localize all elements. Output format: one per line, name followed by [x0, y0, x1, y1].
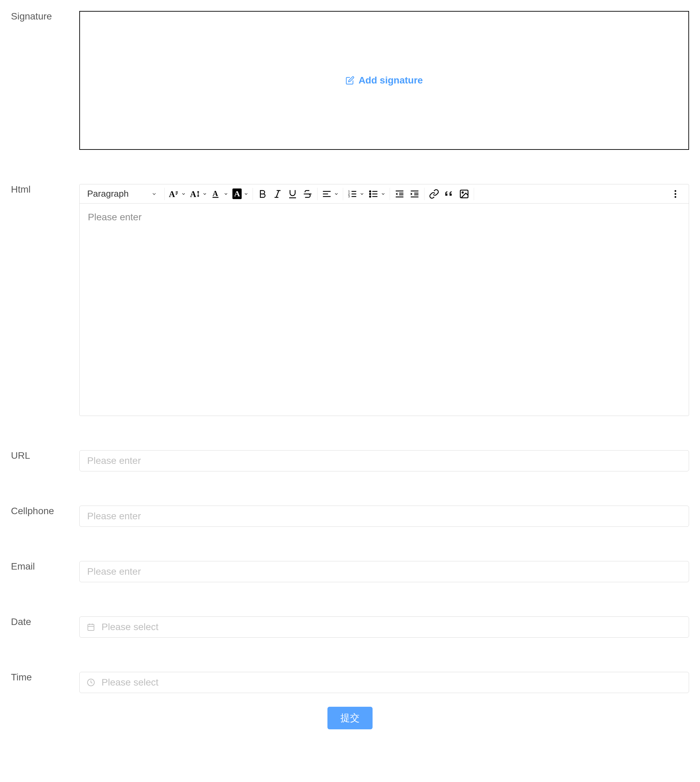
svg-point-33 [462, 192, 463, 193]
edit-icon [345, 76, 355, 85]
url-label: URL [11, 450, 79, 461]
toolbar-separator [474, 188, 474, 200]
date-label: Date [11, 617, 79, 627]
image-icon [459, 189, 469, 199]
toolbar-separator [253, 188, 253, 200]
submit-row: 提交 [11, 707, 689, 729]
unordered-list-icon [368, 189, 379, 199]
svg-text:A: A [169, 189, 175, 199]
cellphone-input[interactable] [79, 506, 689, 527]
toolbar-separator [317, 188, 318, 200]
toolbar-separator [164, 188, 165, 200]
bold-button[interactable] [256, 187, 269, 201]
indent-button[interactable] [408, 187, 422, 201]
editor-content-area[interactable]: Please enter [80, 204, 689, 416]
svg-point-22 [370, 193, 371, 195]
highlight-color-button[interactable]: A [231, 187, 250, 201]
date-row: Date [11, 617, 689, 638]
paragraph-style-label: Paragraph [87, 189, 128, 199]
html-row: Html Paragraph A A [11, 184, 689, 416]
outdent-button[interactable] [393, 187, 407, 201]
indent-icon [410, 189, 420, 199]
toolbar-separator [424, 188, 425, 200]
time-input[interactable] [79, 672, 689, 693]
chevron-down-icon [244, 192, 248, 196]
cellphone-row: Cellphone [11, 506, 689, 527]
highlight-icon: A [232, 189, 242, 199]
chevron-down-icon [152, 191, 157, 197]
strikethrough-button[interactable] [301, 187, 315, 201]
font-color-icon: A [211, 189, 222, 199]
signature-box[interactable]: Add signature [79, 11, 689, 150]
underline-button[interactable] [286, 187, 299, 201]
editor-toolbar: Paragraph A A A [80, 184, 689, 204]
more-options-button[interactable] [665, 187, 686, 201]
align-icon [322, 189, 332, 199]
html-label: Html [11, 184, 79, 195]
paragraph-style-select[interactable]: Paragraph [82, 186, 162, 202]
date-input[interactable] [79, 617, 689, 638]
svg-point-21 [370, 190, 371, 192]
font-size-icon: A [190, 189, 200, 199]
toolbar-separator [390, 188, 390, 200]
ordered-list-button[interactable]: 123 [346, 187, 366, 201]
align-button[interactable] [320, 187, 340, 201]
chevron-down-icon [202, 192, 207, 196]
svg-line-6 [277, 190, 279, 197]
add-signature-label: Add signature [358, 75, 423, 86]
quote-button[interactable] [442, 187, 456, 201]
svg-text:A: A [213, 189, 218, 198]
link-icon [429, 189, 439, 199]
editor-placeholder: Please enter [88, 212, 142, 222]
more-vertical-icon [670, 189, 680, 199]
toolbar-separator [343, 188, 343, 200]
chevron-down-icon [360, 192, 364, 196]
svg-point-35 [675, 193, 677, 195]
italic-button[interactable] [271, 187, 284, 201]
rich-text-editor: Paragraph A A A [79, 184, 689, 416]
svg-rect-3 [213, 197, 219, 198]
signature-row: Signature Add signature [11, 11, 689, 150]
submit-button[interactable]: 提交 [327, 707, 373, 729]
chevron-down-icon [181, 192, 186, 196]
svg-point-34 [675, 190, 677, 192]
svg-point-23 [370, 196, 371, 197]
cellphone-label: Cellphone [11, 506, 79, 516]
time-row: Time [11, 672, 689, 693]
ordered-list-icon: 123 [347, 189, 358, 199]
svg-text:3: 3 [348, 195, 350, 198]
link-button[interactable] [427, 187, 441, 201]
svg-point-36 [675, 196, 677, 198]
font-family-button[interactable]: A [167, 187, 187, 201]
font-size-button[interactable]: A [189, 187, 208, 201]
font-family-icon: A [169, 189, 179, 199]
italic-icon [272, 189, 283, 199]
chevron-down-icon [223, 192, 228, 196]
unordered-list-button[interactable] [367, 187, 387, 201]
strikethrough-icon [302, 189, 313, 199]
url-row: URL [11, 450, 689, 471]
url-input[interactable] [79, 450, 689, 471]
outdent-icon [395, 189, 405, 199]
underline-icon [287, 189, 298, 199]
font-color-button[interactable]: A [210, 187, 230, 201]
email-label: Email [11, 561, 79, 572]
time-label: Time [11, 672, 79, 683]
svg-text:A: A [190, 189, 196, 199]
email-row: Email [11, 561, 689, 582]
quote-icon [444, 189, 454, 199]
chevron-down-icon [334, 192, 339, 196]
email-input[interactable] [79, 561, 689, 582]
bold-icon [257, 189, 268, 199]
image-button[interactable] [457, 187, 471, 201]
chevron-down-icon [381, 192, 385, 196]
signature-label: Signature [11, 11, 79, 22]
